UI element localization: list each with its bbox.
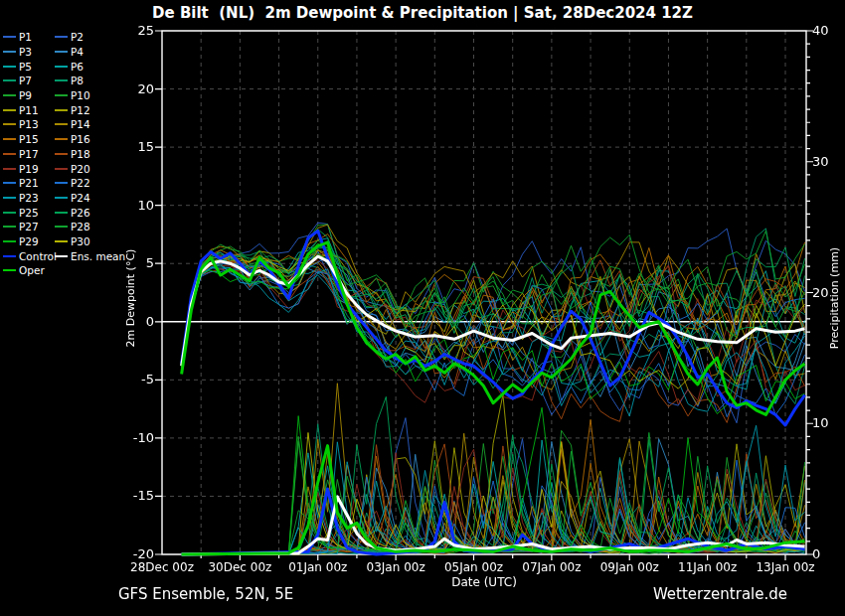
y-right-tick-label: 40 bbox=[812, 23, 829, 38]
x-axis-label: Date (UTC) bbox=[424, 575, 544, 589]
x-tick-label: 05Jan 00z bbox=[437, 560, 511, 574]
x-tick-label: 07Jan 00z bbox=[515, 560, 589, 574]
x-tick-label: 03Jan 00z bbox=[359, 560, 432, 574]
x-tick-label: 30Dec 00z bbox=[203, 560, 276, 574]
y-axis-label-right: Precipitation (mm) bbox=[828, 247, 841, 349]
y-right-tick-label: 10 bbox=[812, 415, 829, 430]
footer-site-name: Wetterzentrale.de bbox=[653, 585, 787, 603]
y-left-tick-label: 20 bbox=[120, 81, 154, 96]
y-right-tick-label: 0 bbox=[812, 546, 820, 561]
y-right-tick-label: 30 bbox=[812, 154, 829, 169]
y-left-tick-label: 25 bbox=[120, 23, 154, 38]
x-tick-label: 13Jan 00z bbox=[749, 560, 822, 574]
x-tick-label: 11Jan 00z bbox=[671, 560, 745, 574]
x-tick-label: 01Jan 00z bbox=[281, 560, 355, 574]
footer-model-info: GFS Ensemble, 52N, 5E bbox=[118, 585, 293, 603]
y-axis-label-left: 2m Dewpoint (°C) bbox=[124, 249, 137, 348]
x-tick-label: 09Jan 00z bbox=[592, 560, 666, 574]
x-tick-label: 28Dec 00z bbox=[125, 560, 199, 574]
y-left-tick-label: 15 bbox=[120, 139, 154, 154]
meteogram-page: De Bilt (NL) 2m Dewpoint & Precipitation… bbox=[0, 0, 845, 616]
y-left-tick-label: -5 bbox=[120, 372, 154, 386]
y-left-tick-label: -20 bbox=[120, 546, 154, 561]
y-left-tick-label: -10 bbox=[120, 430, 154, 445]
y-left-tick-label: 10 bbox=[120, 198, 154, 213]
y-right-tick-label: 20 bbox=[812, 285, 829, 300]
y-left-tick-label: -15 bbox=[120, 488, 154, 503]
